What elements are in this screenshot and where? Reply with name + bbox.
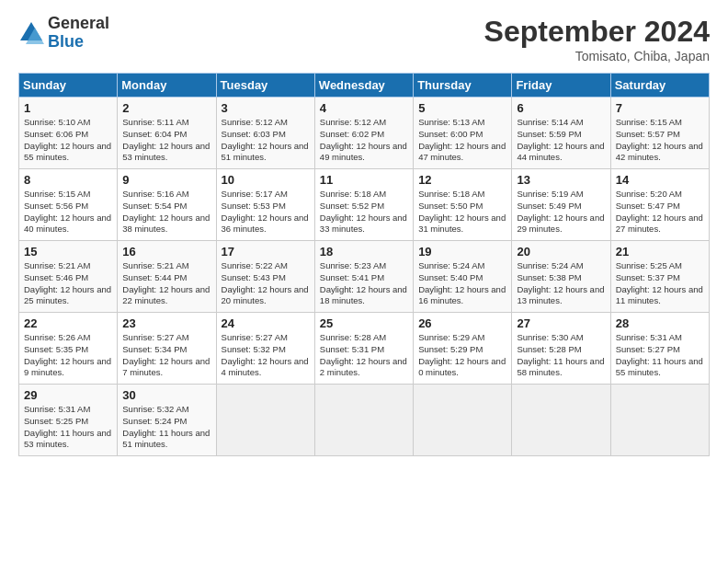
day-number: 24: [222, 316, 310, 330]
calendar-cell: 4Sunrise: 5:12 AMSunset: 6:02 PMDaylight…: [314, 98, 413, 169]
col-friday: Friday: [512, 74, 610, 98]
calendar-cell: [414, 385, 512, 456]
calendar-cell: 30Sunrise: 5:32 AMSunset: 5:24 PMDayligh…: [118, 385, 216, 456]
day-number: 25: [320, 316, 408, 330]
day-number: 19: [418, 245, 506, 259]
calendar-cell: 29Sunrise: 5:31 AMSunset: 5:25 PMDayligh…: [19, 385, 118, 456]
calendar-cell: 21Sunrise: 5:25 AMSunset: 5:37 PMDayligh…: [610, 241, 709, 313]
day-number: 12: [418, 173, 506, 187]
day-number: 17: [222, 245, 310, 259]
day-number: 27: [517, 316, 605, 330]
calendar-cell: 10Sunrise: 5:17 AMSunset: 5:53 PMDayligh…: [216, 169, 314, 241]
calendar-cell: 8Sunrise: 5:15 AMSunset: 5:56 PMDaylight…: [19, 169, 118, 241]
calendar-cell: 3Sunrise: 5:12 AMSunset: 6:03 PMDaylight…: [216, 98, 314, 169]
day-number: 10: [222, 173, 310, 187]
cell-content: Sunrise: 5:23 AMSunset: 5:41 PMDaylight:…: [320, 260, 407, 305]
day-number: 28: [616, 316, 704, 330]
cell-content: Sunrise: 5:19 AMSunset: 5:49 PMDaylight:…: [517, 189, 604, 234]
cell-content: Sunrise: 5:12 AMSunset: 6:02 PMDaylight:…: [320, 117, 407, 162]
day-number: 1: [24, 101, 112, 115]
calendar-cell: 12Sunrise: 5:18 AMSunset: 5:50 PMDayligh…: [414, 169, 512, 241]
day-number: 22: [24, 316, 112, 330]
cell-content: Sunrise: 5:20 AMSunset: 5:47 PMDaylight:…: [616, 189, 703, 234]
day-number: 15: [24, 245, 112, 259]
col-sunday: Sunday: [19, 74, 118, 98]
col-wednesday: Wednesday: [314, 74, 413, 98]
page-container: General Blue September 2024 Tomisato, Ch…: [0, 0, 728, 465]
calendar-cell: 28Sunrise: 5:31 AMSunset: 5:27 PMDayligh…: [610, 313, 709, 385]
calendar-cell: 20Sunrise: 5:24 AMSunset: 5:38 PMDayligh…: [512, 241, 610, 313]
cell-content: Sunrise: 5:22 AMSunset: 5:43 PMDaylight:…: [222, 260, 309, 305]
cell-content: Sunrise: 5:26 AMSunset: 5:35 PMDaylight:…: [24, 332, 111, 377]
cell-content: Sunrise: 5:25 AMSunset: 5:37 PMDaylight:…: [616, 260, 703, 305]
title-block: September 2024 Tomisato, Chiba, Japan: [484, 15, 710, 63]
cell-content: Sunrise: 5:27 AMSunset: 5:32 PMDaylight:…: [222, 332, 309, 377]
day-number: 14: [616, 173, 704, 187]
cell-content: Sunrise: 5:15 AMSunset: 5:56 PMDaylight:…: [24, 189, 111, 234]
calendar-cell: [314, 385, 413, 456]
day-number: 4: [320, 101, 408, 115]
calendar-cell: 25Sunrise: 5:28 AMSunset: 5:31 PMDayligh…: [314, 313, 413, 385]
day-number: 18: [320, 245, 408, 259]
col-tuesday: Tuesday: [216, 74, 314, 98]
calendar-cell: 2Sunrise: 5:11 AMSunset: 6:04 PMDaylight…: [118, 98, 216, 169]
month-title: September 2024: [484, 15, 710, 49]
calendar-table: Sunday Monday Tuesday Wednesday Thursday…: [18, 73, 710, 456]
day-number: 16: [122, 245, 210, 259]
calendar-cell: 23Sunrise: 5:27 AMSunset: 5:34 PMDayligh…: [118, 313, 216, 385]
calendar-cell: 14Sunrise: 5:20 AMSunset: 5:47 PMDayligh…: [610, 169, 709, 241]
calendar-cell: [610, 385, 709, 456]
cell-content: Sunrise: 5:32 AMSunset: 5:24 PMDaylight:…: [122, 404, 210, 449]
day-number: 9: [122, 173, 210, 187]
calendar-cell: 7Sunrise: 5:15 AMSunset: 5:57 PMDaylight…: [610, 98, 709, 169]
header-row: Sunday Monday Tuesday Wednesday Thursday…: [19, 74, 710, 98]
cell-content: Sunrise: 5:10 AMSunset: 6:06 PMDaylight:…: [24, 117, 111, 162]
calendar-cell: 26Sunrise: 5:29 AMSunset: 5:29 PMDayligh…: [414, 313, 512, 385]
cell-content: Sunrise: 5:18 AMSunset: 5:50 PMDaylight:…: [418, 189, 506, 234]
calendar-cell: 9Sunrise: 5:16 AMSunset: 5:54 PMDaylight…: [118, 169, 216, 241]
calendar-row: 15Sunrise: 5:21 AMSunset: 5:46 PMDayligh…: [19, 241, 710, 313]
cell-content: Sunrise: 5:27 AMSunset: 5:34 PMDaylight:…: [122, 332, 210, 377]
day-number: 29: [24, 388, 112, 402]
day-number: 2: [122, 101, 210, 115]
day-number: 7: [616, 101, 704, 115]
calendar-cell: 17Sunrise: 5:22 AMSunset: 5:43 PMDayligh…: [216, 241, 314, 313]
calendar-row: 8Sunrise: 5:15 AMSunset: 5:56 PMDaylight…: [19, 169, 710, 241]
day-number: 26: [418, 316, 506, 330]
logo-blue: Blue: [48, 33, 109, 52]
calendar-row: 1Sunrise: 5:10 AMSunset: 6:06 PMDaylight…: [19, 98, 710, 169]
cell-content: Sunrise: 5:17 AMSunset: 5:53 PMDaylight:…: [222, 189, 309, 234]
logo-icon: [18, 20, 44, 46]
logo-text: General Blue: [48, 15, 109, 52]
cell-content: Sunrise: 5:29 AMSunset: 5:29 PMDaylight:…: [418, 332, 506, 377]
calendar-cell: [216, 385, 314, 456]
day-number: 11: [320, 173, 408, 187]
day-number: 6: [517, 101, 605, 115]
cell-content: Sunrise: 5:30 AMSunset: 5:28 PMDaylight:…: [517, 332, 604, 377]
cell-content: Sunrise: 5:15 AMSunset: 5:57 PMDaylight:…: [616, 117, 703, 162]
col-saturday: Saturday: [610, 74, 709, 98]
calendar-cell: [512, 385, 610, 456]
calendar-cell: 6Sunrise: 5:14 AMSunset: 5:59 PMDaylight…: [512, 98, 610, 169]
cell-content: Sunrise: 5:18 AMSunset: 5:52 PMDaylight:…: [320, 189, 407, 234]
calendar-cell: 1Sunrise: 5:10 AMSunset: 6:06 PMDaylight…: [19, 98, 118, 169]
cell-content: Sunrise: 5:24 AMSunset: 5:40 PMDaylight:…: [418, 260, 506, 305]
location-subtitle: Tomisato, Chiba, Japan: [484, 49, 710, 63]
cell-content: Sunrise: 5:13 AMSunset: 6:00 PMDaylight:…: [418, 117, 506, 162]
cell-content: Sunrise: 5:14 AMSunset: 5:59 PMDaylight:…: [517, 117, 604, 162]
calendar-cell: 24Sunrise: 5:27 AMSunset: 5:32 PMDayligh…: [216, 313, 314, 385]
cell-content: Sunrise: 5:21 AMSunset: 5:46 PMDaylight:…: [24, 260, 111, 305]
day-number: 3: [222, 101, 310, 115]
calendar-cell: 22Sunrise: 5:26 AMSunset: 5:35 PMDayligh…: [19, 313, 118, 385]
day-number: 20: [517, 245, 605, 259]
calendar-row: 29Sunrise: 5:31 AMSunset: 5:25 PMDayligh…: [19, 385, 710, 456]
day-number: 21: [616, 245, 704, 259]
cell-content: Sunrise: 5:21 AMSunset: 5:44 PMDaylight:…: [122, 260, 210, 305]
calendar-cell: 11Sunrise: 5:18 AMSunset: 5:52 PMDayligh…: [314, 169, 413, 241]
calendar-cell: 19Sunrise: 5:24 AMSunset: 5:40 PMDayligh…: [414, 241, 512, 313]
logo: General Blue: [18, 15, 109, 52]
calendar-cell: 16Sunrise: 5:21 AMSunset: 5:44 PMDayligh…: [118, 241, 216, 313]
calendar-cell: 18Sunrise: 5:23 AMSunset: 5:41 PMDayligh…: [314, 241, 413, 313]
cell-content: Sunrise: 5:31 AMSunset: 5:27 PMDaylight:…: [616, 332, 703, 377]
calendar-cell: 15Sunrise: 5:21 AMSunset: 5:46 PMDayligh…: [19, 241, 118, 313]
